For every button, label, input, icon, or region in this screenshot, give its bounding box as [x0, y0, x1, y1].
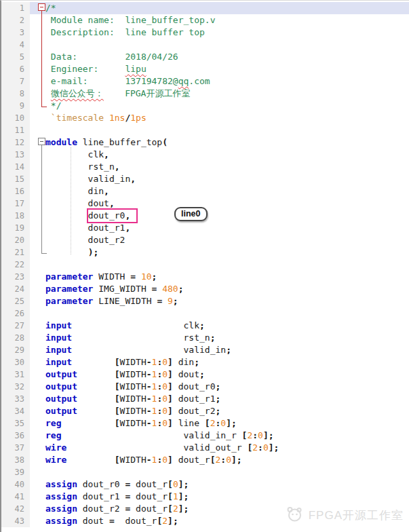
code-line[interactable]: 30input [WIDTH-1:0] din; — [1, 356, 409, 368]
line-number[interactable]: 22 — [1, 259, 30, 271]
line-number[interactable]: 35 — [1, 417, 30, 430]
code-line[interactable]: 24parameter IMG_WIDTH = 480; — [1, 283, 409, 295]
code-line[interactable]: 28input rst_n; — [1, 332, 409, 344]
line-number[interactable]: 42 — [1, 503, 30, 515]
line-number[interactable]: 23 — [1, 271, 30, 283]
line-number[interactable]: 14 — [1, 161, 30, 173]
line-number[interactable]: 5 — [1, 51, 30, 63]
line-number[interactable]: 34 — [1, 405, 30, 417]
line-number[interactable]: 11 — [1, 124, 30, 136]
code-line[interactable]: 34output [WIDTH-1:0] dout_r2; — [1, 405, 409, 417]
line-number[interactable]: 6 — [1, 63, 30, 75]
code-text: output [WIDTH-1:0] dout_r1; — [45, 393, 409, 405]
code-line[interactable]: 14 rst_n, — [1, 161, 409, 173]
fold-margin — [30, 466, 45, 478]
line-number[interactable]: 7 — [1, 75, 30, 88]
code-area[interactable]: 1/*2 Module name: line_buffer_top.v3 Des… — [1, 1, 409, 527]
code-line[interactable]: 40assign dout_r0 = dout_r[0]; — [1, 478, 409, 491]
fold-collapse-icon-module[interactable] — [38, 138, 45, 145]
code-line[interactable]: 7 e-mail: 137194782@qq.com — [1, 75, 409, 88]
code-line[interactable]: 8 微信公众号： FPGA开源工作室 — [1, 88, 409, 100]
line-number[interactable]: 28 — [1, 332, 30, 344]
line-number[interactable]: 3 — [1, 26, 30, 39]
line-number[interactable]: 13 — [1, 149, 30, 161]
line-number[interactable]: 41 — [1, 491, 30, 503]
fold-margin — [30, 356, 45, 368]
line-number[interactable]: 8 — [1, 88, 30, 100]
code-line[interactable]: 32output [WIDTH-1:0] dout_r0; — [1, 381, 409, 393]
line-number[interactable]: 33 — [1, 393, 30, 405]
fold-margin — [30, 124, 45, 136]
line-number[interactable]: 24 — [1, 283, 30, 295]
code-line[interactable]: 23parameter WIDTH = 10; — [1, 271, 409, 283]
code-line[interactable]: 16 din, — [1, 185, 409, 197]
line-number[interactable]: 31 — [1, 368, 30, 381]
line-number[interactable]: 36 — [1, 430, 30, 442]
code-line[interactable]: 12module line_buffer_top( — [1, 136, 409, 149]
line-number[interactable]: 26 — [1, 307, 30, 320]
code-line[interactable]: 4 — [1, 39, 409, 51]
line-number[interactable]: 18 — [1, 210, 30, 222]
line-number[interactable]: 15 — [1, 173, 30, 185]
line-number[interactable]: 21 — [1, 246, 30, 259]
code-text: clk, — [45, 149, 409, 161]
line-number[interactable]: 39 — [1, 466, 30, 478]
code-line[interactable]: 35reg [WIDTH-1:0] line [2:0]; — [1, 417, 409, 430]
code-line[interactable]: 38wire [WIDTH-1:0] dout_r[2:0]; — [1, 454, 409, 466]
code-line[interactable]: 2 Module name: line_buffer_top.v — [1, 14, 409, 26]
code-line[interactable]: 25parameter LINE_WIDTH = 9; — [1, 295, 409, 307]
line-number[interactable]: 43 — [1, 515, 30, 527]
code-text: din, — [45, 185, 409, 197]
code-line[interactable]: 26 — [1, 307, 409, 320]
line-number[interactable]: 9 — [1, 100, 30, 112]
line-number[interactable]: 1 — [1, 2, 30, 14]
code-line[interactable]: 22 — [1, 259, 409, 271]
code-line[interactable]: 39 — [1, 466, 409, 478]
line-number[interactable]: 12 — [1, 136, 30, 149]
code-line[interactable]: 20 dout_r2 — [1, 234, 409, 246]
line-number[interactable]: 29 — [1, 344, 30, 356]
line-number[interactable]: 20 — [1, 234, 30, 246]
line-number[interactable]: 16 — [1, 185, 30, 197]
code-line[interactable]: 19 dout_r1, — [1, 222, 409, 234]
code-line[interactable]: 29input valid_in; — [1, 344, 409, 356]
code-line[interactable]: 36reg valid_in_r [2:0]; — [1, 430, 409, 442]
code-line[interactable]: 5 Data: 2018/04/26 — [1, 51, 409, 63]
code-line[interactable]: 31output [WIDTH-1:0] dout; — [1, 368, 409, 381]
code-line[interactable]: 9 */ — [1, 100, 409, 112]
code-line[interactable]: 21 ); — [1, 246, 409, 259]
line-number[interactable]: 40 — [1, 478, 30, 491]
line-number[interactable]: 4 — [1, 39, 30, 51]
fold-margin — [30, 295, 45, 307]
code-line[interactable]: 15 valid_in, — [1, 173, 409, 185]
line-number[interactable]: 37 — [1, 442, 30, 454]
code-line[interactable]: 27input clk; — [1, 320, 409, 332]
line-number[interactable]: 30 — [1, 356, 30, 368]
line-number[interactable]: 32 — [1, 381, 30, 393]
code-line[interactable]: 3 Description: line buffer top — [1, 26, 409, 39]
line-number[interactable]: 10 — [1, 112, 30, 124]
code-line[interactable]: 13 clk, — [1, 149, 409, 161]
code-line[interactable]: 41assign dout_r1 = dout_r[1]; — [1, 491, 409, 503]
code-line[interactable]: 33output [WIDTH-1:0] dout_r1; — [1, 393, 409, 405]
code-line[interactable]: 6 Engineer: lipu — [1, 63, 409, 75]
fold-margin — [30, 442, 45, 454]
code-line[interactable]: 1/* — [1, 2, 409, 14]
fold-margin — [30, 393, 45, 405]
line-number[interactable]: 27 — [1, 320, 30, 332]
code-line[interactable]: 11 — [1, 124, 409, 136]
code-line[interactable]: 10 `timescale 1ns/1ps — [1, 112, 409, 124]
code-line[interactable]: 37wire valid_out_r [2:0]; — [1, 442, 409, 454]
line-number[interactable]: 2 — [1, 14, 30, 26]
fold-margin — [30, 332, 45, 344]
code-text — [45, 307, 409, 320]
line-number[interactable]: 19 — [1, 222, 30, 234]
code-text: Engineer: lipu — [45, 63, 409, 75]
code-text — [45, 259, 409, 271]
code-text: e-mail: 137194782@qq.com — [45, 75, 409, 88]
code-text: input clk; — [45, 320, 409, 332]
fold-collapse-icon-comment[interactable] — [38, 3, 45, 11]
line-number[interactable]: 17 — [1, 197, 30, 210]
line-number[interactable]: 25 — [1, 295, 30, 307]
line-number[interactable]: 38 — [1, 454, 30, 466]
